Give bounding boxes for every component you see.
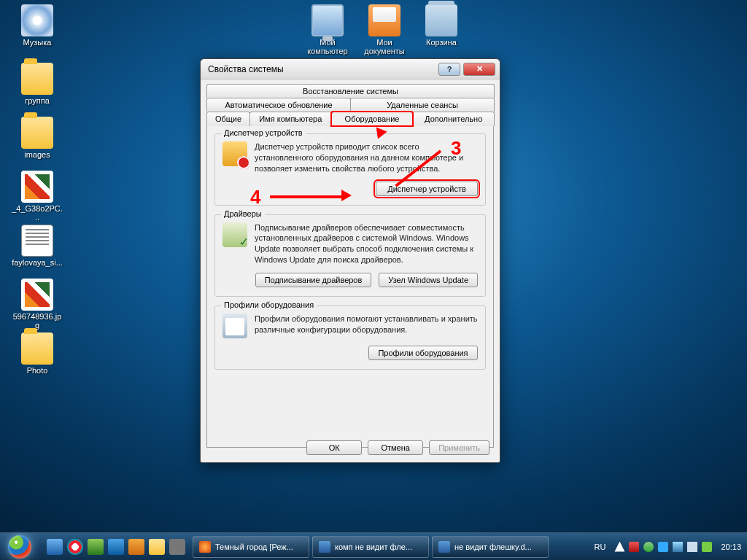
tab-panel-hardware: Диспетчер устройств Диспетчер устройств … (206, 125, 494, 448)
tray-usb-icon[interactable] (658, 542, 668, 552)
tray-network-icon[interactable] (673, 542, 683, 552)
monitor-icon (311, 4, 344, 36)
word-icon (319, 541, 330, 553)
ie-icon[interactable] (108, 539, 124, 555)
folder-icon (21, 117, 53, 149)
tray-chevron-icon[interactable] (614, 542, 624, 552)
desktop-icon-file3[interactable]: 596748936.jpg (12, 279, 63, 330)
chrome-icon[interactable] (67, 539, 83, 555)
trash-icon (425, 4, 457, 36)
tab-remote[interactable]: Удаленные сеансы (350, 98, 495, 112)
desktop-icon-label: 596748936.jpg (12, 312, 63, 330)
cancel-button[interactable]: Отмена (368, 440, 423, 455)
group-text: Диспетчер устройств приводит список всег… (255, 141, 478, 174)
desktop-icon-group[interactable]: группа (12, 63, 63, 105)
tray-battery-icon[interactable] (702, 542, 712, 552)
group-hardware-profiles: Профили оборудования Профили оборудовани… (214, 306, 486, 370)
start-button[interactable] (0, 533, 39, 561)
tab-computer-name[interactable]: Имя компьютера (249, 112, 332, 126)
folder-icon (21, 63, 53, 95)
tray-app-icon[interactable] (643, 542, 654, 552)
separator-icon[interactable] (169, 539, 185, 555)
tab-system-restore[interactable]: Восстановление системы (206, 84, 495, 98)
help-button[interactable]: ? (438, 63, 460, 76)
group-device-manager: Диспетчер устройств Диспетчер устройств … (214, 133, 486, 206)
system-tray: RU 20:13 (590, 542, 741, 552)
hardware-profiles-button[interactable]: Профили оборудования (368, 346, 478, 360)
desktop-icon-label: Корзина (416, 38, 467, 47)
dialog-footer: ОК Отмена Применить (306, 440, 489, 455)
taskbar-item-label: не видит флешку.d... (454, 542, 532, 551)
window-title: Свойства системы (208, 64, 436, 74)
tab-strip: Восстановление системы Автоматическое об… (201, 79, 500, 126)
device-manager-button[interactable]: Диспетчер устройств (376, 182, 478, 196)
group-drivers: Драйверы Подписывание драйверов обеспечи… (214, 214, 486, 297)
utorrent-icon[interactable] (88, 539, 104, 555)
cd-icon (21, 4, 53, 36)
text-file-icon (21, 225, 53, 257)
documents-folder-icon (368, 4, 400, 36)
language-indicator[interactable]: RU (595, 542, 606, 551)
app-icon[interactable] (128, 539, 144, 555)
folder-icon (21, 332, 53, 365)
desktop-icon-label: Photo (12, 366, 63, 375)
titlebar[interactable]: Свойства системы ? ✕ (201, 59, 500, 79)
hardware-profile-icon (222, 314, 247, 338)
desktop-icon-music[interactable]: Музыка (12, 4, 63, 47)
desktop-icon-my-documents[interactable]: Мои документы (359, 4, 410, 55)
desktop-icon-file2[interactable]: faylovaya_si... (12, 225, 63, 267)
firefox-icon (199, 541, 211, 553)
system-properties-dialog: Свойства системы ? ✕ Восстановление сист… (200, 58, 500, 463)
taskbar-item-firefox[interactable]: Темный город [Реж... (193, 536, 309, 558)
desktop-icon-images[interactable]: images (12, 117, 63, 159)
windows-update-button[interactable]: Узел Windows Update (379, 273, 478, 287)
quick-launch (42, 539, 190, 555)
word-icon (438, 541, 450, 553)
tab-advanced[interactable]: Дополнительно (412, 112, 495, 126)
group-text: Профили оборудования помогают устанавлив… (255, 314, 478, 338)
image-thumb-icon (21, 171, 53, 203)
clock[interactable]: 20:13 (721, 542, 741, 551)
group-legend: Диспетчер устройств (221, 128, 306, 137)
desktop-icon-label: faylovaya_si... (12, 258, 63, 267)
desktop-icon-my-computer[interactable]: Мой компьютер (302, 4, 353, 55)
tray-security-icon[interactable] (629, 542, 639, 552)
drivers-icon (222, 222, 247, 247)
explorer-icon[interactable] (149, 539, 165, 555)
tab-general[interactable]: Общие (206, 112, 250, 126)
desktop-icon-label: images (12, 150, 63, 159)
ok-button[interactable]: ОК (306, 440, 362, 455)
group-legend: Драйверы (221, 209, 265, 218)
image-thumb-icon (21, 279, 53, 311)
taskbar-item-word2[interactable]: не видит флешку.d... (432, 536, 549, 558)
desktop-icon-photo[interactable]: Photo (12, 332, 63, 375)
desktop-icon-label: Музыка (12, 38, 63, 47)
close-button[interactable]: ✕ (463, 63, 495, 76)
show-desktop-icon[interactable] (47, 539, 63, 555)
driver-signing-button[interactable]: Подписывание драйверов (255, 273, 372, 287)
tray-volume-icon[interactable] (687, 542, 697, 552)
desktop-icon-label: Мои документы (359, 38, 410, 55)
taskbar-item-label: комп не видит фле... (335, 542, 412, 551)
taskbar: Темный город [Реж... комп не видит фле..… (0, 532, 747, 560)
desktop-icon-label: группа (12, 96, 63, 105)
group-legend: Профили оборудования (221, 300, 317, 309)
desktop-icon-label: _4_G38o2PC... (12, 204, 63, 222)
group-text: Подписывание драйверов обеспечивает совм… (255, 222, 478, 265)
device-manager-icon (222, 141, 247, 166)
apply-button[interactable]: Применить (429, 440, 489, 455)
windows-orb-icon (8, 535, 31, 559)
desktop-icon-recycle-bin[interactable]: Корзина (416, 4, 467, 47)
taskbar-item-label: Темный город [Реж... (215, 542, 293, 551)
desktop-icon-file1[interactable]: _4_G38o2PC... (12, 171, 63, 222)
taskbar-item-word1[interactable]: комп не видит фле... (312, 536, 429, 558)
tab-auto-update[interactable]: Автоматическое обновление (206, 98, 351, 112)
tab-hardware[interactable]: Оборудование (331, 112, 414, 126)
